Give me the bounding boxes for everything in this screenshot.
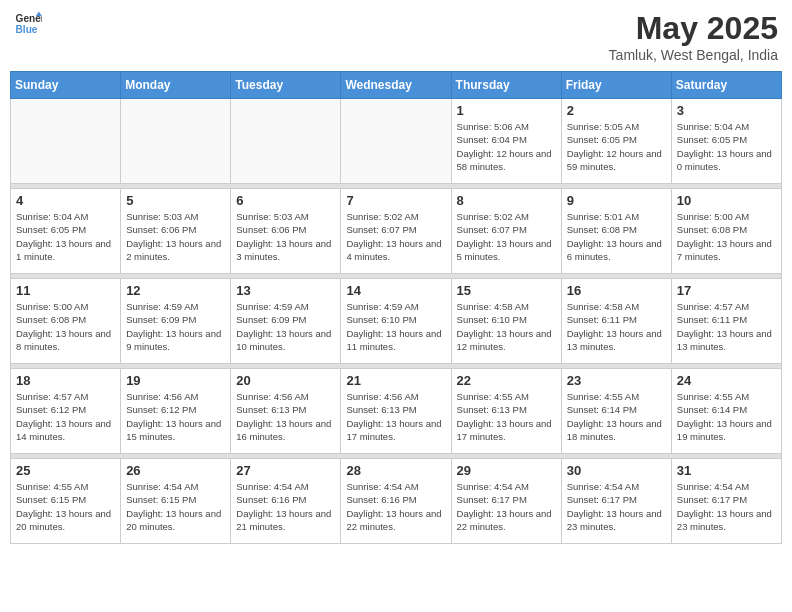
day-cell-week3-day4: 15Sunrise: 4:58 AM Sunset: 6:10 PM Dayli… — [451, 279, 561, 364]
day-number: 9 — [567, 193, 666, 208]
day-number: 20 — [236, 373, 335, 388]
day-info: Sunrise: 4:57 AM Sunset: 6:11 PM Dayligh… — [677, 300, 776, 353]
day-cell-week2-day0: 4Sunrise: 5:04 AM Sunset: 6:05 PM Daylig… — [11, 189, 121, 274]
day-number: 26 — [126, 463, 225, 478]
day-info: Sunrise: 5:04 AM Sunset: 6:05 PM Dayligh… — [16, 210, 115, 263]
day-cell-week2-day2: 6Sunrise: 5:03 AM Sunset: 6:06 PM Daylig… — [231, 189, 341, 274]
page-header: General Blue May 2025 Tamluk, West Benga… — [10, 10, 782, 63]
day-info: Sunrise: 4:55 AM Sunset: 6:15 PM Dayligh… — [16, 480, 115, 533]
day-cell-week5-day5: 30Sunrise: 4:54 AM Sunset: 6:17 PM Dayli… — [561, 459, 671, 544]
day-number: 15 — [457, 283, 556, 298]
day-number: 24 — [677, 373, 776, 388]
day-info: Sunrise: 4:54 AM Sunset: 6:17 PM Dayligh… — [677, 480, 776, 533]
day-cell-week1-day5: 2Sunrise: 5:05 AM Sunset: 6:05 PM Daylig… — [561, 99, 671, 184]
day-cell-week2-day5: 9Sunrise: 5:01 AM Sunset: 6:08 PM Daylig… — [561, 189, 671, 274]
day-cell-week4-day0: 18Sunrise: 4:57 AM Sunset: 6:12 PM Dayli… — [11, 369, 121, 454]
day-info: Sunrise: 5:03 AM Sunset: 6:06 PM Dayligh… — [236, 210, 335, 263]
day-info: Sunrise: 4:57 AM Sunset: 6:12 PM Dayligh… — [16, 390, 115, 443]
weekday-header-monday: Monday — [121, 72, 231, 99]
day-number: 19 — [126, 373, 225, 388]
day-number: 30 — [567, 463, 666, 478]
day-info: Sunrise: 4:55 AM Sunset: 6:14 PM Dayligh… — [677, 390, 776, 443]
day-cell-week3-day3: 14Sunrise: 4:59 AM Sunset: 6:10 PM Dayli… — [341, 279, 451, 364]
day-info: Sunrise: 5:02 AM Sunset: 6:07 PM Dayligh… — [457, 210, 556, 263]
day-info: Sunrise: 5:05 AM Sunset: 6:05 PM Dayligh… — [567, 120, 666, 173]
day-cell-week1-day0 — [11, 99, 121, 184]
day-number: 27 — [236, 463, 335, 478]
day-cell-week4-day4: 22Sunrise: 4:55 AM Sunset: 6:13 PM Dayli… — [451, 369, 561, 454]
weekday-header-tuesday: Tuesday — [231, 72, 341, 99]
day-number: 3 — [677, 103, 776, 118]
logo-icon: General Blue — [14, 10, 42, 38]
day-info: Sunrise: 5:04 AM Sunset: 6:05 PM Dayligh… — [677, 120, 776, 173]
week-row-2: 4Sunrise: 5:04 AM Sunset: 6:05 PM Daylig… — [11, 189, 782, 274]
day-cell-week5-day4: 29Sunrise: 4:54 AM Sunset: 6:17 PM Dayli… — [451, 459, 561, 544]
day-number: 8 — [457, 193, 556, 208]
day-info: Sunrise: 4:59 AM Sunset: 6:09 PM Dayligh… — [236, 300, 335, 353]
day-info: Sunrise: 4:55 AM Sunset: 6:13 PM Dayligh… — [457, 390, 556, 443]
day-cell-week1-day4: 1Sunrise: 5:06 AM Sunset: 6:04 PM Daylig… — [451, 99, 561, 184]
day-info: Sunrise: 5:00 AM Sunset: 6:08 PM Dayligh… — [677, 210, 776, 263]
day-cell-week4-day3: 21Sunrise: 4:56 AM Sunset: 6:13 PM Dayli… — [341, 369, 451, 454]
day-cell-week5-day1: 26Sunrise: 4:54 AM Sunset: 6:15 PM Dayli… — [121, 459, 231, 544]
weekday-header-thursday: Thursday — [451, 72, 561, 99]
day-cell-week1-day6: 3Sunrise: 5:04 AM Sunset: 6:05 PM Daylig… — [671, 99, 781, 184]
day-cell-week1-day1 — [121, 99, 231, 184]
weekday-header-row: SundayMondayTuesdayWednesdayThursdayFrid… — [11, 72, 782, 99]
day-info: Sunrise: 5:03 AM Sunset: 6:06 PM Dayligh… — [126, 210, 225, 263]
day-info: Sunrise: 4:59 AM Sunset: 6:09 PM Dayligh… — [126, 300, 225, 353]
weekday-header-wednesday: Wednesday — [341, 72, 451, 99]
day-number: 12 — [126, 283, 225, 298]
location: Tamluk, West Bengal, India — [609, 47, 778, 63]
day-info: Sunrise: 4:55 AM Sunset: 6:14 PM Dayligh… — [567, 390, 666, 443]
day-info: Sunrise: 4:54 AM Sunset: 6:15 PM Dayligh… — [126, 480, 225, 533]
weekday-header-friday: Friday — [561, 72, 671, 99]
week-row-3: 11Sunrise: 5:00 AM Sunset: 6:08 PM Dayli… — [11, 279, 782, 364]
day-cell-week2-day1: 5Sunrise: 5:03 AM Sunset: 6:06 PM Daylig… — [121, 189, 231, 274]
day-info: Sunrise: 4:56 AM Sunset: 6:13 PM Dayligh… — [236, 390, 335, 443]
day-cell-week3-day5: 16Sunrise: 4:58 AM Sunset: 6:11 PM Dayli… — [561, 279, 671, 364]
day-cell-week3-day0: 11Sunrise: 5:00 AM Sunset: 6:08 PM Dayli… — [11, 279, 121, 364]
day-cell-week1-day3 — [341, 99, 451, 184]
day-cell-week4-day2: 20Sunrise: 4:56 AM Sunset: 6:13 PM Dayli… — [231, 369, 341, 454]
day-cell-week5-day3: 28Sunrise: 4:54 AM Sunset: 6:16 PM Dayli… — [341, 459, 451, 544]
day-number: 25 — [16, 463, 115, 478]
day-number: 28 — [346, 463, 445, 478]
day-cell-week2-day6: 10Sunrise: 5:00 AM Sunset: 6:08 PM Dayli… — [671, 189, 781, 274]
day-cell-week5-day0: 25Sunrise: 4:55 AM Sunset: 6:15 PM Dayli… — [11, 459, 121, 544]
day-info: Sunrise: 4:54 AM Sunset: 6:17 PM Dayligh… — [567, 480, 666, 533]
day-number: 13 — [236, 283, 335, 298]
day-cell-week4-day5: 23Sunrise: 4:55 AM Sunset: 6:14 PM Dayli… — [561, 369, 671, 454]
day-number: 6 — [236, 193, 335, 208]
day-number: 29 — [457, 463, 556, 478]
day-number: 2 — [567, 103, 666, 118]
day-number: 7 — [346, 193, 445, 208]
day-number: 16 — [567, 283, 666, 298]
day-info: Sunrise: 4:56 AM Sunset: 6:13 PM Dayligh… — [346, 390, 445, 443]
day-number: 22 — [457, 373, 556, 388]
day-cell-week4-day6: 24Sunrise: 4:55 AM Sunset: 6:14 PM Dayli… — [671, 369, 781, 454]
day-number: 17 — [677, 283, 776, 298]
day-number: 31 — [677, 463, 776, 478]
day-number: 14 — [346, 283, 445, 298]
day-info: Sunrise: 4:54 AM Sunset: 6:17 PM Dayligh… — [457, 480, 556, 533]
day-number: 21 — [346, 373, 445, 388]
day-info: Sunrise: 4:56 AM Sunset: 6:12 PM Dayligh… — [126, 390, 225, 443]
day-number: 11 — [16, 283, 115, 298]
day-info: Sunrise: 5:02 AM Sunset: 6:07 PM Dayligh… — [346, 210, 445, 263]
day-cell-week3-day2: 13Sunrise: 4:59 AM Sunset: 6:09 PM Dayli… — [231, 279, 341, 364]
week-row-4: 18Sunrise: 4:57 AM Sunset: 6:12 PM Dayli… — [11, 369, 782, 454]
weekday-header-saturday: Saturday — [671, 72, 781, 99]
day-number: 10 — [677, 193, 776, 208]
week-row-1: 1Sunrise: 5:06 AM Sunset: 6:04 PM Daylig… — [11, 99, 782, 184]
day-cell-week1-day2 — [231, 99, 341, 184]
day-info: Sunrise: 5:01 AM Sunset: 6:08 PM Dayligh… — [567, 210, 666, 263]
day-cell-week5-day6: 31Sunrise: 4:54 AM Sunset: 6:17 PM Dayli… — [671, 459, 781, 544]
day-info: Sunrise: 5:06 AM Sunset: 6:04 PM Dayligh… — [457, 120, 556, 173]
week-row-5: 25Sunrise: 4:55 AM Sunset: 6:15 PM Dayli… — [11, 459, 782, 544]
weekday-header-sunday: Sunday — [11, 72, 121, 99]
day-cell-week2-day3: 7Sunrise: 5:02 AM Sunset: 6:07 PM Daylig… — [341, 189, 451, 274]
day-cell-week3-day6: 17Sunrise: 4:57 AM Sunset: 6:11 PM Dayli… — [671, 279, 781, 364]
title-area: May 2025 Tamluk, West Bengal, India — [609, 10, 778, 63]
day-info: Sunrise: 5:00 AM Sunset: 6:08 PM Dayligh… — [16, 300, 115, 353]
